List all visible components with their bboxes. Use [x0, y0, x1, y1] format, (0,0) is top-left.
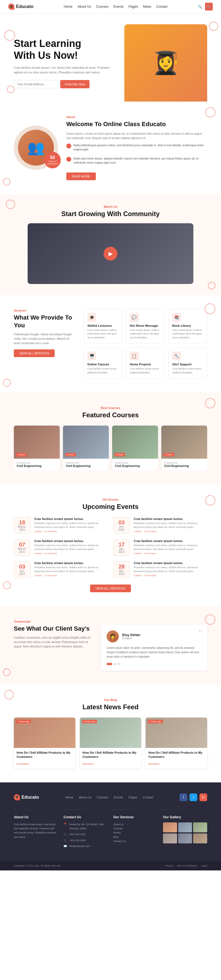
dot-3[interactable]: [118, 663, 120, 665]
cart-icon[interactable]: 🛒: [205, 3, 213, 11]
terms-link[interactable]: Term & Conditions: [177, 864, 197, 867]
blog-grid: 3 Years ago How Do I Sell Affiliate Prod…: [14, 718, 207, 768]
blog-card-1[interactable]: 3 Years ago How Do I Sell Affiliate Prod…: [80, 718, 141, 768]
email-icon: ✉️: [64, 845, 67, 848]
site-logo[interactable]: 🎓 Educato: [8, 3, 34, 10]
view-all-services-button[interactable]: VIEW ALL SERVICES: [14, 349, 55, 357]
blog-post-title-2: How Do I Sell Affiliate Products to My C…: [148, 751, 204, 759]
email-input[interactable]: [14, 80, 58, 88]
experience-badge: 50 Years of experience: [44, 152, 61, 169]
course-image-2: 3 Years: [112, 426, 158, 459]
dot-2[interactable]: [114, 663, 116, 665]
footer-gallery-grid: [163, 822, 207, 843]
event-date-4: 03 Jun, 2021: [14, 562, 30, 578]
blog-title: Latest News Feed: [14, 703, 207, 711]
nav-courses[interactable]: Courses: [96, 5, 109, 8]
nav-contact[interactable]: Contact: [156, 5, 167, 8]
legal-link[interactable]: Legal: [201, 864, 207, 867]
blog-category-0[interactable]: Foundation: [17, 762, 29, 765]
courses-title: Featured Courses: [14, 411, 207, 419]
course-card-0[interactable]: 3 Years Engineering Civil Engineering: [14, 426, 60, 470]
instagram-icon[interactable]: in: [199, 794, 207, 801]
footer-logo-icon: 🎓: [14, 794, 20, 800]
testimonial-card: " 👩 Etsy Akhter Designer Lorem ipsum dol…: [101, 625, 207, 671]
event-item-1: 03 Jun, 2021 Cras facilisis ornare ipsum…: [113, 517, 207, 534]
deco-circle-1: [4, 30, 15, 41]
about-point-1: Nulla pellentesque posuere metus, sed he…: [66, 143, 207, 154]
facebook-icon[interactable]: f: [179, 794, 187, 801]
footer-service-2[interactable]: Events: [113, 831, 157, 835]
footer-columns: About Us Cras facilisis ornare ipsum, se…: [14, 810, 207, 850]
footer: 🎓 Educato Home About Us Courses Events P…: [0, 783, 221, 870]
subscribe-button[interactable]: Subscribe Now: [60, 80, 90, 88]
footer-nav-pages[interactable]: Pages: [129, 795, 137, 799]
blog-body-0: How Do I Sell Affiliate Products to My C…: [14, 748, 75, 768]
footer-contact-1: 📞 +001-321-3621: [64, 832, 108, 837]
about-section-label: About: [66, 115, 207, 119]
twitter-icon[interactable]: t: [189, 794, 197, 801]
play-button[interactable]: ▶: [104, 247, 117, 261]
footer-service-3[interactable]: Blog: [113, 835, 157, 839]
service-icon-4: 📋: [130, 352, 139, 360]
course-card-3[interactable]: 3 Years Engineering Civil Engineering: [161, 426, 207, 470]
service-card-0: 🎓 Skilled Lecturers Cras ornare ipsum mo…: [84, 309, 122, 344]
location-icon: 📍: [64, 823, 67, 826]
footer-bottom-links: Privacy Term & Conditions Legal: [165, 864, 207, 867]
footer-contact-heading: Contact Us: [64, 815, 108, 819]
footer-nav-contact[interactable]: Contact: [143, 795, 153, 799]
blog-image-0: 3 Years ago: [14, 718, 75, 748]
blog-tag-1: 3 Years ago: [82, 720, 97, 723]
service-title-3: Online Classes: [87, 363, 119, 366]
dot-1[interactable]: [107, 663, 112, 665]
about-point-2: Etiam quis lorem ipsum, aliquam blandit,…: [66, 156, 207, 167]
about-title: Welcome To Online Class Educato: [66, 120, 207, 128]
footer-service-1[interactable]: Courses: [113, 827, 157, 831]
footer-nav-courses[interactable]: Courses: [97, 795, 108, 799]
footer-about-heading: About Us: [14, 815, 58, 819]
hero-description: Cras facilisis ornare ipsum, non lectus …: [14, 65, 110, 75]
blog-category-2[interactable]: Education: [148, 762, 159, 765]
footer-nav-about[interactable]: About Us: [79, 795, 91, 799]
services-section: Services What We Provide To You Pellente…: [0, 295, 221, 393]
footer-nav-events[interactable]: Events: [114, 795, 123, 799]
deco-circle-about-2: [3, 178, 11, 186]
events-title: Upcoming Events: [14, 503, 207, 511]
events-view-all-button[interactable]: VIEW ALL SERVICES: [90, 584, 131, 592]
video-thumbnail[interactable]: ▶: [27, 223, 194, 284]
event-meta-1: 0 Admin 0 Comments: [134, 530, 207, 533]
testimonial-section: Testimonial See What Our Client Say's Cu…: [0, 606, 221, 684]
footer-service-0[interactable]: About Us: [113, 822, 157, 827]
search-icon[interactable]: 🔍: [198, 5, 202, 9]
testimonial-author: 👩 Etsy Akhter Designer: [107, 630, 202, 643]
phone-icon-1: 📞: [64, 833, 67, 836]
read-more-button[interactable]: READ MORE: [66, 172, 96, 180]
testimonial-dots: [107, 663, 202, 665]
nav-news[interactable]: News: [143, 5, 151, 8]
services-grid: 🎓 Skilled Lecturers Cras ornare ipsum mo…: [84, 309, 207, 379]
blog-card-2[interactable]: 3 Years ago How Do I Sell Affiliate Prod…: [146, 718, 207, 768]
nav-home[interactable]: Home: [64, 5, 72, 8]
event-meta-0: 0 Admin 0 Comments: [34, 530, 108, 533]
deco-circle-3: [209, 22, 218, 31]
blog-image-1: 3 Years ago: [80, 718, 141, 748]
blog-section: Our Blog Latest News Feed 3 Years ago Ho…: [0, 684, 221, 783]
footer-service-4[interactable]: Contact Us: [113, 839, 157, 843]
course-card-1[interactable]: 3 Years Engineering Civil Engineering: [63, 426, 109, 470]
nav-about[interactable]: About Us: [78, 5, 91, 8]
privacy-link[interactable]: Privacy: [165, 864, 173, 867]
deco-circle-2: [7, 86, 14, 93]
service-title-5: 24x7 Support: [172, 363, 203, 366]
testimonial-text: See What Our Client Say's Curabitur cons…: [14, 625, 93, 649]
nav-pages[interactable]: Pages: [128, 5, 138, 8]
course-card-2[interactable]: 3 Years Engineering Civil Engineering: [112, 426, 158, 470]
service-card-4: 📋 Home Projects Cras facilisis ornare lu…: [126, 347, 165, 379]
blog-category-1[interactable]: Education: [83, 762, 94, 765]
footer-contact-3: ✉️ info@educato.com: [64, 844, 108, 848]
video-section-label: Watch Us: [14, 205, 207, 208]
hero-title: Start Learning With Us Now!: [14, 38, 110, 61]
course-image-3: 3 Years: [161, 426, 207, 459]
footer-nav-home[interactable]: Home: [65, 795, 73, 799]
nav-events[interactable]: Events: [114, 5, 124, 8]
course-year-3: 3 Years: [163, 453, 174, 457]
blog-card-0[interactable]: 3 Years ago How Do I Sell Affiliate Prod…: [14, 718, 75, 768]
